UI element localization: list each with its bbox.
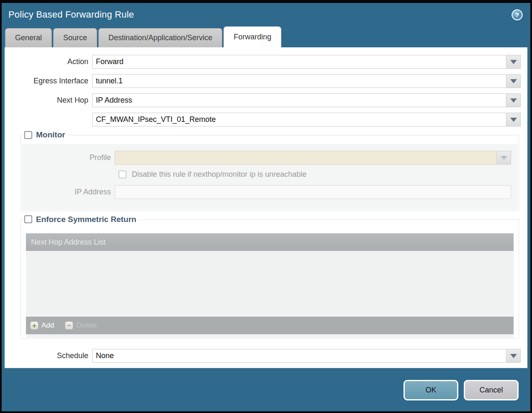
forwarding-tab-panel: Action Forward Egress Interface tunnel.1…: [5, 47, 527, 368]
symmetric-return-legend-label: Enforce Symmetric Return: [36, 215, 136, 224]
action-combo: Forward: [92, 55, 521, 69]
monitor-panel: Profile Disable this rule if nexthop/mon…: [22, 144, 518, 210]
profile-combo: [115, 151, 511, 165]
pbf-rule-dialog: Policy Based Forwarding Rule ? General S…: [0, 0, 532, 413]
ok-button[interactable]: OK: [403, 380, 458, 400]
enforce-symmetric-return-checkbox[interactable]: [24, 215, 32, 223]
egress-interface-dropdown-button[interactable]: [506, 74, 521, 88]
profile-row: Profile: [22, 151, 511, 165]
schedule-label: Schedule: [5, 351, 92, 360]
help-icon[interactable]: ?: [511, 9, 523, 21]
profile-field: [115, 151, 497, 165]
next-hop-address-list-header: Next Hop Address List: [26, 233, 514, 251]
next-hop-dropdown-button[interactable]: [506, 93, 521, 107]
delete-icon: −: [65, 321, 73, 330]
cancel-button[interactable]: Cancel: [464, 380, 519, 400]
action-label: Action: [5, 57, 92, 66]
add-button[interactable]: + Add: [30, 321, 54, 330]
monitor-legend: Monitor: [23, 130, 69, 139]
action-dropdown-button[interactable]: [506, 55, 521, 69]
delete-button[interactable]: − Delete: [65, 321, 97, 330]
monitor-section: Monitor Profile Disable this rule if nex…: [21, 135, 519, 211]
chevron-down-icon: [510, 354, 517, 361]
table-scroll-strip: [26, 334, 514, 338]
profile-label: Profile: [22, 153, 115, 162]
monitor-ip-address-label: IP Address: [22, 188, 115, 196]
tab-forwarding[interactable]: Forwarding: [224, 26, 281, 47]
monitor-checkbox[interactable]: [24, 131, 32, 139]
egress-interface-row: Egress Interface tunnel.1: [5, 74, 521, 88]
next-hop-address-table: Next Hop Address List + Add − Delete: [26, 233, 514, 338]
egress-interface-label: Egress Interface: [5, 77, 92, 85]
next-hop-row: Next Hop IP Address: [5, 93, 521, 107]
next-hop-type-field[interactable]: IP Address: [92, 93, 506, 107]
schedule-combo: None: [92, 349, 521, 363]
next-hop-address-dropdown-button[interactable]: [506, 113, 521, 126]
add-button-label: Add: [41, 321, 54, 330]
next-hop-address-list-body[interactable]: [26, 251, 514, 317]
chevron-down-icon: [510, 79, 517, 87]
schedule-field[interactable]: None: [92, 349, 506, 363]
disable-rule-row: Disable this rule if nexthop/monitor ip …: [118, 170, 518, 179]
next-hop-label: Next Hop: [5, 96, 92, 105]
dialog-title: Policy Based Forwarding Rule: [8, 9, 134, 20]
next-hop-address-field[interactable]: CF_MWAN_IPsec_VTI_01_Remote: [92, 113, 506, 126]
monitor-ip-address-combo: [115, 185, 511, 199]
chevron-down-icon: [510, 118, 517, 125]
egress-interface-combo: tunnel.1: [92, 74, 521, 88]
tab-general[interactable]: General: [5, 28, 52, 47]
chevron-down-icon: [501, 156, 507, 163]
symmetric-return-legend: Enforce Symmetric Return: [23, 215, 140, 224]
chevron-down-icon: [510, 60, 517, 67]
egress-interface-field[interactable]: tunnel.1: [92, 74, 506, 88]
tab-bar: General Source Destination/Application/S…: [2, 26, 530, 47]
disable-rule-checkbox: [118, 170, 126, 178]
monitor-ip-address-field: [115, 185, 511, 199]
monitor-ip-address-row: IP Address: [22, 185, 511, 199]
schedule-dropdown-button[interactable]: [506, 349, 521, 363]
delete-button-label: Delete: [76, 321, 97, 330]
action-field[interactable]: Forward: [92, 55, 506, 69]
tab-source[interactable]: Source: [53, 28, 97, 47]
chevron-down-icon: [510, 98, 517, 106]
symmetric-return-section: Enforce Symmetric Return Next Hop Addres…: [21, 219, 519, 339]
next-hop-address-row: CF_MWAN_IPsec_VTI_01_Remote: [5, 113, 521, 126]
tab-destination-application-service[interactable]: Destination/Application/Service: [98, 28, 222, 47]
schedule-row: Schedule None: [5, 349, 521, 363]
next-hop-combo: IP Address: [92, 93, 521, 107]
table-footer-toolbar: + Add − Delete: [26, 317, 514, 334]
next-hop-address-combo: CF_MWAN_IPsec_VTI_01_Remote: [92, 113, 521, 126]
disable-rule-label: Disable this rule if nexthop/monitor ip …: [132, 170, 306, 179]
action-row: Action Forward: [5, 55, 521, 69]
add-icon: +: [30, 321, 39, 330]
monitor-legend-label: Monitor: [36, 130, 65, 139]
dialog-titlebar: Policy Based Forwarding Rule ?: [2, 3, 530, 26]
profile-dropdown-button: [497, 151, 511, 165]
dialog-footer: OK Cancel: [2, 368, 530, 400]
